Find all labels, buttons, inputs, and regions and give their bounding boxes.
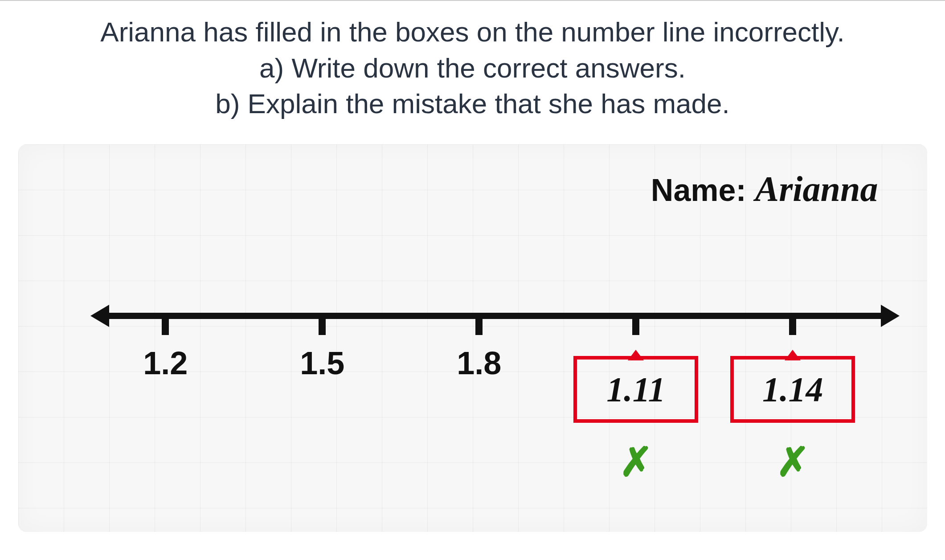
tick-4: [789, 313, 796, 335]
tick-3: [632, 313, 639, 335]
question-line-3: b) Explain the mistake that she has made…: [0, 86, 945, 122]
worksheet-paper: Name: Arianna 1.21.51.8 1.11✗1.14✗: [18, 144, 927, 532]
cross-mark-icon: ✗: [619, 438, 653, 485]
page: Arianna has filled in the boxes on the n…: [0, 0, 945, 560]
tick-0: [162, 313, 169, 335]
name-label: Name:: [651, 172, 746, 208]
axis-line: [103, 313, 887, 319]
student-answer-box-1: 1.14: [730, 356, 855, 423]
number-line: 1.21.51.8: [103, 309, 887, 318]
name-row: Name: Arianna: [651, 169, 878, 209]
tick-label-2: 1.8: [457, 345, 501, 381]
tick-label-1: 1.5: [300, 345, 344, 381]
question-line-1: Arianna has filled in the boxes on the n…: [0, 14, 945, 50]
student-answer-box-0: 1.11: [573, 356, 698, 423]
arrow-right-icon: [881, 305, 900, 327]
question-line-2: a) Write down the correct answers.: [0, 50, 945, 86]
name-value: Arianna: [755, 169, 878, 209]
tick-1: [319, 313, 326, 335]
cross-mark-icon: ✗: [776, 438, 810, 485]
tick-2: [475, 313, 483, 335]
tick-label-0: 1.2: [143, 345, 188, 381]
question-text: Arianna has filled in the boxes on the n…: [0, 14, 945, 122]
